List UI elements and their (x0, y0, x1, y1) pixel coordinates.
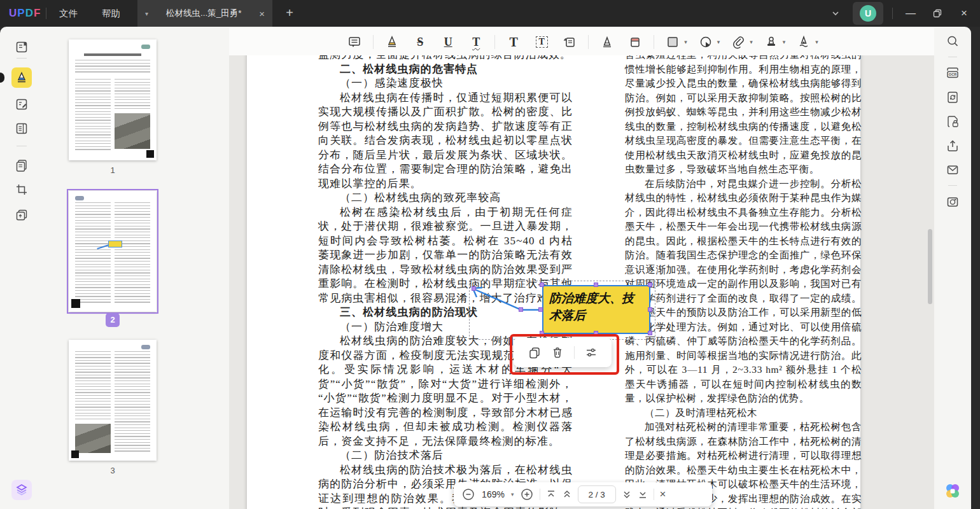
organize-pages-icon[interactable] (11, 118, 32, 139)
sticky-note-annotation[interactable]: 防治难度大、技术落后 (542, 285, 650, 334)
paragraph: （一）感染速度极快 (318, 76, 573, 91)
avatar: U (860, 5, 876, 22)
search-icon[interactable] (943, 32, 962, 51)
close-window-button[interactable]: × (955, 6, 974, 20)
svg-text:OCR: OCR (949, 73, 956, 76)
print-icon[interactable] (943, 192, 962, 211)
paragraph: （二）防治技术落后 (318, 449, 573, 463)
text-column (75, 351, 111, 421)
tab-close-icon[interactable]: × (259, 8, 265, 19)
chevron-down-icon[interactable]: ▾ (815, 39, 818, 45)
extract-pages-icon[interactable] (11, 205, 32, 225)
selection-handle[interactable] (648, 282, 652, 287)
new-tab-button[interactable]: + (281, 5, 298, 22)
signature-tool[interactable]: ▾ (794, 32, 818, 52)
highlighter-icon[interactable] (382, 32, 402, 52)
protect-lock-icon[interactable] (943, 112, 962, 131)
trees-photo (115, 113, 150, 149)
menu-file[interactable]: 文件 (59, 8, 78, 20)
tab-dropdown-icon[interactable]: ▾ (145, 10, 148, 17)
chevron-down-icon[interactable]: ▾ (717, 39, 720, 45)
journal-logo (141, 345, 150, 349)
text-column (115, 79, 150, 111)
first-page-icon[interactable] (546, 489, 556, 499)
page-number-input[interactable]: 2 / 3 (578, 485, 616, 503)
divider (892, 8, 893, 19)
selection-handle[interactable] (648, 331, 652, 335)
eraser-icon[interactable] (626, 32, 645, 52)
updf-logo[interactable]: UPDF (9, 7, 41, 20)
selection-handle[interactable] (472, 286, 476, 291)
thumbnail-page-2[interactable] (69, 191, 157, 312)
share-icon[interactable] (943, 136, 962, 155)
text-tool-icon[interactable]: T (504, 32, 523, 52)
divider (588, 35, 589, 49)
selection-handle[interactable] (538, 307, 543, 312)
next-page-icon[interactable] (622, 489, 632, 499)
squiggly-underline-icon[interactable]: T (466, 32, 486, 52)
pencil-icon[interactable] (598, 32, 617, 52)
thumbnail-page-3[interactable] (69, 340, 157, 461)
stamp-tool[interactable]: ▾ (762, 32, 786, 52)
attachment-tool[interactable]: ▾ (729, 32, 753, 52)
right-text-column: 害虫繁殖过程里，利用天敌等自然力量对松材线虫的惯性增长能够起到抑制作用。利用生物… (625, 55, 862, 509)
signature-pen-icon (794, 32, 813, 52)
text-column (115, 202, 150, 303)
logo-letter: U (9, 7, 17, 20)
chevron-down-icon[interactable]: ▾ (684, 39, 687, 45)
restore-button[interactable] (928, 6, 947, 20)
ai-assistant-button[interactable] (11, 480, 32, 500)
zoom-level-label[interactable]: 169% (481, 489, 505, 499)
mini-annotation-note (108, 241, 122, 248)
divider (948, 185, 957, 186)
selection-handle[interactable] (519, 307, 523, 312)
zoom-in-icon[interactable] (520, 487, 534, 501)
selection-handle[interactable] (540, 282, 544, 287)
convert-icon[interactable] (943, 88, 962, 107)
crop-icon[interactable] (11, 179, 32, 200)
underline-icon[interactable]: U (438, 32, 458, 52)
menu-help[interactable]: 帮助 (102, 8, 120, 20)
selection-handle[interactable] (648, 307, 652, 312)
email-icon[interactable] (943, 160, 962, 179)
zoom-out-icon[interactable] (461, 487, 475, 501)
tab-title: 松材线虫...策_田勇* (155, 8, 253, 19)
account-button[interactable]: U (853, 2, 883, 25)
thumbnail-page-1[interactable] (69, 39, 157, 160)
zoom-dropdown-icon[interactable]: ▾ (511, 491, 514, 498)
abstract-lines (75, 60, 150, 74)
reader-mode-icon[interactable] (11, 37, 32, 57)
divider (17, 58, 27, 59)
corner-mark (71, 450, 79, 458)
paperclip-icon (729, 32, 748, 52)
ellipse-shape-tool[interactable]: ▾ (696, 32, 720, 52)
updf-ai-button[interactable] (942, 481, 963, 501)
right-tool-rail: OCR (934, 28, 971, 509)
previous-page-icon[interactable] (562, 489, 572, 499)
last-page-icon[interactable] (638, 489, 648, 499)
annotation-toolbar: S U T T T ▾ ▾ ▾ (229, 28, 934, 55)
divider (17, 146, 27, 146)
divider (373, 35, 374, 49)
page-navigation-toolbar: 169% ▾ 2 / 3 × (454, 482, 712, 506)
text-box-icon[interactable]: T (532, 32, 551, 52)
chevron-down-icon[interactable] (830, 8, 841, 18)
stamp-icon (762, 32, 781, 52)
sticky-note-icon[interactable] (560, 32, 579, 52)
paragraph: 在后续防治中，对昆虫媒介进一步控制。分析松材线虫的特性，松材线虫必须依附于某种昆… (625, 177, 862, 406)
callout-arrow[interactable] (468, 281, 547, 319)
vertical-scrollbar[interactable] (928, 229, 932, 304)
close-toolbar-icon[interactable]: × (660, 488, 666, 501)
comment-icon[interactable] (345, 32, 364, 52)
rectangle-shape-tool[interactable]: ▾ (663, 32, 687, 52)
strikethrough-icon[interactable]: S (410, 32, 430, 52)
ocr-icon[interactable]: OCR (943, 64, 962, 83)
annotate-tool-icon[interactable] (11, 67, 32, 88)
document-tab[interactable]: ▾ 松材线虫...策_田勇* × (137, 0, 272, 27)
chevron-down-icon[interactable]: ▾ (750, 39, 753, 45)
minimize-button[interactable]: — (901, 6, 920, 20)
edit-pdf-icon[interactable] (11, 94, 32, 115)
chevron-down-icon[interactable]: ▾ (783, 39, 786, 45)
selection-handle[interactable] (594, 282, 598, 287)
page-copy-icon[interactable] (11, 155, 32, 176)
